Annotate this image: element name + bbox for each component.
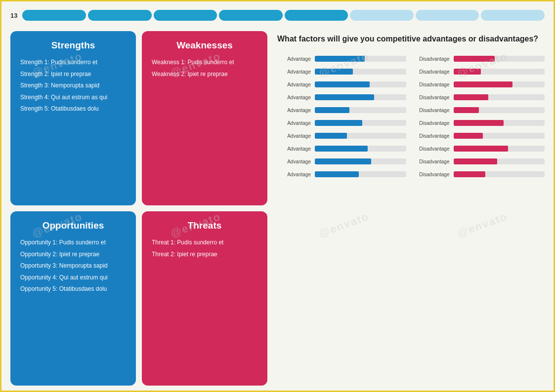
advantage-fill xyxy=(315,120,362,126)
opportunities-title: Opportunities xyxy=(20,220,126,231)
disadvantage-label: Disadvantage xyxy=(416,159,450,164)
list-item: Opportunity 4: Qui aut estrum qui xyxy=(20,274,126,282)
advantage-label: Advantage xyxy=(277,82,311,87)
advantage-fill xyxy=(315,94,374,100)
advantage-label: Advantage xyxy=(277,172,311,177)
advantage-bar-row: Advantage xyxy=(277,144,406,153)
disadvantage-fill xyxy=(454,158,498,164)
advantage-bar-row: Advantage xyxy=(277,93,406,102)
chart-question: What factors will give you competitive a… xyxy=(277,34,545,44)
disadvantage-fill xyxy=(454,120,504,126)
disadvantage-fill xyxy=(454,69,481,75)
advantage-fill xyxy=(315,158,371,164)
disadvantage-track xyxy=(454,158,545,164)
weaknesses-card: Weaknesses Weakness 1: Pudis sunderro et… xyxy=(142,31,267,205)
page-number: 13 xyxy=(10,12,17,19)
disadvantage-bar-row: Disadvantage xyxy=(416,54,545,63)
weaknesses-title: Weaknesses xyxy=(152,40,257,51)
list-item: Strength 3: Nemporupta sapid xyxy=(20,82,126,90)
strengths-title: Strengths xyxy=(20,40,126,51)
advantage-column: Advantage Advantage Advantage Advantage … xyxy=(277,54,406,386)
advantage-label: Advantage xyxy=(277,95,311,100)
chart-container: Advantage Advantage Advantage Advantage … xyxy=(277,54,545,386)
progress-seg-6 xyxy=(350,10,414,21)
disadvantage-track xyxy=(454,81,545,87)
progress-seg-2 xyxy=(88,10,152,21)
main-content: Strengths Strength 1: Pudis sunderro et … xyxy=(10,31,545,386)
disadvantage-fill xyxy=(454,56,495,62)
progress-seg-8 xyxy=(481,10,545,21)
advantage-label: Advantage xyxy=(277,56,311,62)
disadvantage-bar-row: Disadvantage xyxy=(416,157,545,166)
advantage-fill xyxy=(315,107,349,113)
advantage-label: Advantage xyxy=(277,108,311,113)
list-item: Opportunity 5: Otatibusdaes dolu xyxy=(20,285,126,293)
disadvantage-label: Disadvantage xyxy=(416,82,450,87)
advantage-bar-row: Advantage xyxy=(277,54,406,63)
strengths-list: Strength 1: Pudis sunderro et Strength 2… xyxy=(20,59,126,117)
disadvantage-track xyxy=(454,69,545,75)
advantage-track xyxy=(315,81,406,87)
advantage-track xyxy=(315,56,406,62)
disadvantage-track xyxy=(454,171,545,177)
list-item: Weakness 2: Ipiet re preprae xyxy=(152,71,257,78)
strengths-card: Strengths Strength 1: Pudis sunderro et … xyxy=(10,31,136,205)
disadvantage-label: Disadvantage xyxy=(416,172,450,177)
advantage-label: Advantage xyxy=(277,159,311,164)
list-item: Threat 2: Ipiet re preprae xyxy=(152,251,257,259)
advantage-track xyxy=(315,107,406,113)
list-item: Threat 1: Pudis sunderro et xyxy=(152,239,257,247)
disadvantage-bar-row: Disadvantage xyxy=(416,80,545,89)
threats-title: Threats xyxy=(152,220,257,231)
list-item: Strength 4: Qui aut estrum as qui xyxy=(20,94,126,102)
top-bar: 13 xyxy=(10,7,545,23)
disadvantage-bar-row: Disadvantage xyxy=(416,118,545,127)
disadvantage-label: Disadvantage xyxy=(416,120,450,126)
disadvantage-track xyxy=(454,133,545,139)
threats-card: Threats Threat 1: Pudis sunderro et Thre… xyxy=(142,211,267,386)
list-item: Strength 1: Pudis sunderro et xyxy=(20,59,126,67)
disadvantage-label: Disadvantage xyxy=(416,133,450,139)
disadvantage-bar-row: Disadvantage xyxy=(416,106,545,115)
disadvantage-fill xyxy=(454,94,488,100)
advantage-fill xyxy=(315,81,370,87)
advantage-bar-row: Advantage xyxy=(277,157,406,166)
advantage-track xyxy=(315,133,406,139)
list-item: Strength 2: Ipiet re preprae xyxy=(20,71,126,78)
opportunities-card: Opportunities Opportunity 1: Pudis sunde… xyxy=(10,211,136,386)
advantage-bar-row: Advantage xyxy=(277,80,406,89)
disadvantage-fill xyxy=(454,146,509,152)
advantage-track xyxy=(315,69,406,75)
progress-seg-3 xyxy=(154,10,217,21)
right-section: What factors will give you competitive a… xyxy=(277,31,545,386)
disadvantage-fill xyxy=(454,171,486,177)
advantage-label: Advantage xyxy=(277,146,311,152)
advantage-fill xyxy=(315,171,359,177)
disadvantage-label: Disadvantage xyxy=(416,108,450,113)
disadvantage-track xyxy=(454,107,545,113)
disadvantage-bar-row: Disadvantage xyxy=(416,170,545,179)
disadvantage-bar-row: Disadvantage xyxy=(416,93,545,102)
list-item: Strength 5: Otatibusdaes dolu xyxy=(20,105,126,113)
advantage-track xyxy=(315,146,406,152)
disadvantage-fill xyxy=(454,107,479,113)
list-item: Weakness 1: Pudis sunderro et xyxy=(152,59,257,67)
advantage-bar-row: Advantage xyxy=(277,67,406,76)
advantage-track xyxy=(315,158,406,164)
advantage-track xyxy=(315,171,406,177)
disadvantage-fill xyxy=(454,133,483,139)
progress-bar xyxy=(22,10,545,21)
advantage-fill xyxy=(315,133,347,139)
disadvantage-label: Disadvantage xyxy=(416,69,450,75)
progress-seg-7 xyxy=(416,10,479,21)
weaknesses-list: Weakness 1: Pudis sunderro et Weakness 2… xyxy=(152,59,257,82)
disadvantage-track xyxy=(454,120,545,126)
swot-grid: Strengths Strength 1: Pudis sunderro et … xyxy=(10,31,267,386)
advantage-bar-row: Advantage xyxy=(277,170,406,179)
advantage-fill xyxy=(315,69,353,75)
disadvantage-label: Disadvantage xyxy=(416,56,450,62)
advantage-track xyxy=(315,94,406,100)
advantage-fill xyxy=(315,56,365,62)
advantage-track xyxy=(315,120,406,126)
disadvantage-label: Disadvantage xyxy=(416,95,450,100)
